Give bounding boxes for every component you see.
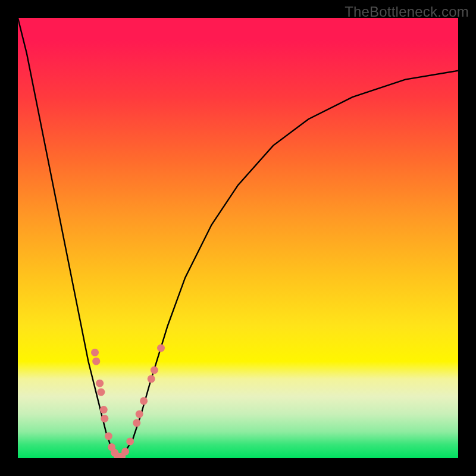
bottleneck-curve	[18, 18, 458, 458]
marker-point	[133, 419, 140, 427]
watermark-text: TheBottleneck.com	[345, 4, 469, 20]
marker-point	[151, 367, 158, 374]
data-markers	[91, 345, 165, 459]
marker-point	[126, 437, 134, 445]
marker-point	[105, 433, 112, 440]
marker-point	[148, 375, 155, 383]
marker-point	[91, 349, 99, 356]
marker-point	[140, 397, 148, 405]
curve-layer	[18, 18, 458, 458]
marker-point	[136, 411, 143, 418]
marker-point	[100, 406, 108, 414]
marker-point	[96, 380, 104, 387]
marker-point	[92, 358, 100, 365]
marker-point	[97, 389, 105, 396]
plot-area	[18, 18, 458, 458]
chart-container: TheBottleneck.com	[0, 0, 476, 476]
marker-point	[101, 415, 108, 422]
marker-point	[121, 447, 129, 455]
marker-point	[157, 345, 165, 352]
